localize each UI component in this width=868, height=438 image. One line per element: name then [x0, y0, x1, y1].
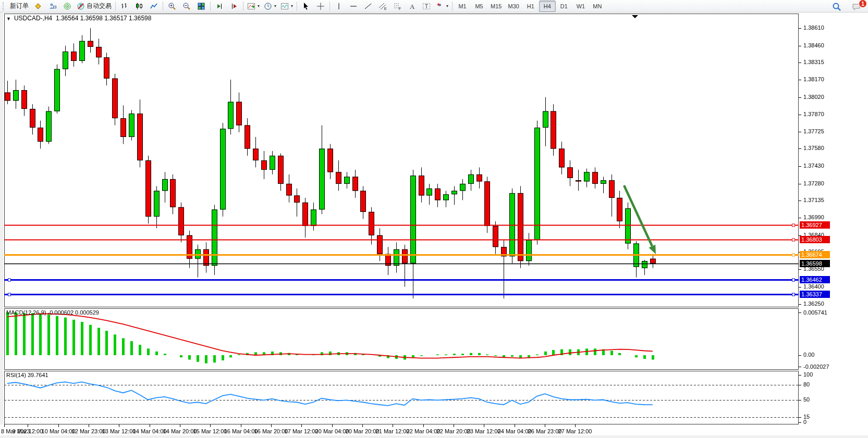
vertical-line-button[interactable] — [332, 1, 346, 12]
equidistant-channel-button[interactable]: E — [375, 1, 390, 12]
timeframe-button-D1-label: D1 — [560, 3, 568, 9]
trendline-button[interactable] — [361, 1, 375, 12]
dropdown-caret-icon: ▾ — [446, 4, 448, 8]
candles-icon — [135, 2, 143, 10]
new-order-button[interactable]: 新订单 — [8, 1, 31, 12]
line-chart-button[interactable] — [146, 1, 161, 12]
toolbar-grip — [3, 2, 6, 10]
toolbar-separator — [115, 2, 116, 11]
svg-text:A: A — [410, 3, 415, 10]
notification-badge: 1 — [859, 0, 867, 8]
order-history-icon-button[interactable] — [31, 1, 45, 12]
new-order-button-label: 新订单 — [10, 2, 29, 10]
text-button[interactable]: A — [405, 1, 419, 12]
fibonacci-button[interactable]: F — [390, 1, 405, 12]
timeframe-button-M30-label: M30 — [508, 3, 519, 9]
channel-icon: E — [378, 2, 387, 10]
bar-chart-button[interactable] — [117, 1, 132, 12]
toolbar-separator — [452, 2, 453, 11]
auto-scroll-button[interactable] — [212, 1, 227, 12]
clock-icon — [264, 2, 272, 10]
person-icon — [48, 2, 57, 10]
crosshair-button[interactable] — [313, 1, 328, 12]
chart-shift-button[interactable] — [227, 1, 241, 12]
timeframe-button-H4-label: H4 — [544, 3, 551, 9]
autoscroll-icon — [215, 2, 224, 10]
timeframe-button-H1[interactable]: H1 — [522, 1, 539, 12]
arrows-icon — [436, 2, 444, 10]
timeframe-button-MN-label: MN — [593, 3, 602, 9]
periods-button[interactable]: ▾ — [262, 1, 278, 12]
template-icon — [280, 2, 289, 10]
timeframe-button-D1[interactable]: D1 — [556, 1, 572, 12]
tline-icon — [364, 2, 372, 10]
timeframe-button-W1-label: W1 — [577, 3, 585, 9]
search-icon-button[interactable] — [829, 1, 844, 12]
linechart-icon — [150, 2, 158, 10]
toolbar-separator — [163, 2, 163, 11]
timeframe-button-W1[interactable]: W1 — [572, 1, 589, 12]
chart-menu-dropdown-icon[interactable]: ▼ — [6, 16, 11, 21]
svg-text:E: E — [384, 7, 387, 10]
crosshair-icon — [316, 2, 325, 10]
candlestick-chart-button[interactable] — [132, 1, 146, 12]
vline-icon — [335, 2, 343, 10]
search-icon — [832, 2, 841, 11]
timeframe-button-M5[interactable]: M5 — [471, 1, 487, 12]
toolbar-separator — [297, 2, 297, 11]
indicators-icon — [247, 2, 255, 10]
timeframe-button-M15-label: M15 — [491, 3, 502, 9]
bars-icon — [120, 2, 129, 10]
tile-windows-button[interactable] — [194, 1, 209, 12]
textT-icon: T — [422, 2, 431, 10]
text-label-button[interactable]: T — [419, 1, 434, 12]
toolbar-separator — [243, 2, 243, 11]
profile-icon-button[interactable] — [45, 1, 60, 12]
textA-icon: A — [408, 2, 416, 10]
timeframe-button-H1-label: H1 — [527, 3, 534, 9]
hline-icon — [349, 2, 358, 10]
timeframe-button-M15[interactable]: M15 — [487, 1, 505, 12]
svg-text:T: T — [425, 4, 428, 9]
radar-icon — [63, 2, 71, 10]
timeframe-button-M30[interactable]: M30 — [505, 1, 522, 12]
zoomout-icon — [182, 2, 191, 10]
zoomin-icon — [168, 2, 176, 10]
timeframe-button-MN[interactable]: MN — [589, 1, 606, 12]
gold-icon — [34, 2, 42, 10]
templates-button[interactable]: ▾ — [278, 1, 295, 12]
horizontal-line-button[interactable] — [346, 1, 361, 12]
toolbar-separator — [329, 2, 330, 11]
zoom-in-button[interactable] — [165, 1, 179, 12]
market-watch-icon-button[interactable] — [60, 1, 75, 12]
timeframe-button-M1-label: M1 — [458, 3, 466, 9]
indicators-button[interactable]: ▾ — [245, 1, 262, 12]
arrows-button[interactable]: ▾ — [434, 1, 450, 12]
mt4-window: 新订单自动交易▾▾▾EFAT▾M1M5M15M30H1H4D1W1MN1 ▼US… — [0, 0, 868, 438]
chat-icon-button[interactable]: 1 — [849, 1, 864, 12]
toolbar-separator — [210, 2, 211, 11]
tile-icon — [197, 2, 205, 10]
shift-icon — [230, 2, 238, 10]
auto-trading-button[interactable]: 自动交易 — [75, 1, 114, 12]
fibo-icon: F — [393, 2, 401, 10]
toolbar-right-group: 1 — [829, 1, 864, 12]
toolbar: 新订单自动交易▾▾▾EFAT▾M1M5M15M30H1H4D1W1MN1 — [0, 0, 868, 12]
cursor-icon — [302, 2, 310, 10]
timeframe-button-M5-label: M5 — [475, 3, 483, 9]
dropdown-caret-icon: ▾ — [274, 4, 276, 8]
cursor-button[interactable] — [299, 1, 313, 12]
timeframe-button-H4[interactable]: H4 — [539, 1, 556, 12]
dropdown-caret-icon: ▾ — [291, 4, 293, 8]
auto-trading-button-label: 自动交易 — [87, 2, 112, 10]
autotrade-icon — [77, 2, 85, 10]
chart-canvas[interactable] — [0, 12, 868, 438]
svg-text:F: F — [399, 7, 401, 10]
dropdown-caret-icon: ▾ — [258, 4, 260, 8]
timeframe-button-M1[interactable]: M1 — [454, 1, 471, 12]
zoom-out-button[interactable] — [179, 1, 194, 12]
